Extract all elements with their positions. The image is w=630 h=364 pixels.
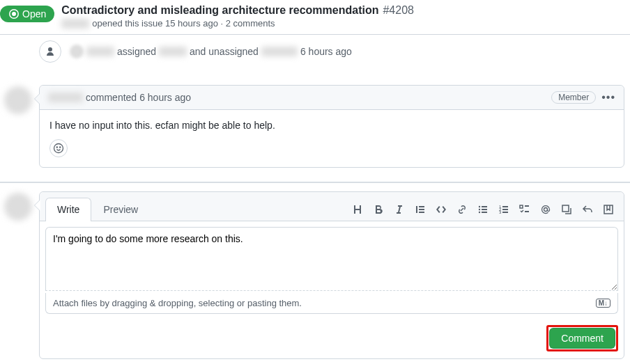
submit-comment-button[interactable]: Comment: [549, 328, 615, 349]
issue-subheader: opened this issue 15 hours ago · 2 comme…: [61, 18, 414, 29]
section-divider: [0, 182, 630, 183]
svg-point-3: [479, 205, 480, 207]
formatting-toolbar: 123: [352, 204, 618, 215]
ordered-list-icon[interactable]: 123: [498, 204, 509, 215]
heading-icon[interactable]: [352, 204, 363, 215]
issue-title: Contradictory and misleading architectur…: [61, 4, 378, 17]
issue-open-icon: [8, 8, 20, 19]
author-name[interactable]: [61, 19, 89, 29]
compose-tabs: Write Preview: [45, 198, 150, 221]
attach-hint-text: Attach files by dragging & dropping, sel…: [53, 298, 302, 308]
commenter-name[interactable]: [48, 93, 83, 102]
italic-icon[interactable]: [394, 204, 405, 215]
member-badge: Member: [551, 91, 596, 104]
mention-icon[interactable]: [540, 204, 551, 215]
tab-preview[interactable]: Preview: [91, 198, 150, 221]
unordered-list-icon[interactable]: [477, 204, 489, 215]
compose-container: Write Preview 123 Attac: [0, 191, 630, 359]
comment-text: I have no input into this. ecfan might b…: [49, 120, 614, 131]
assignee-name[interactable]: [159, 47, 187, 56]
svg-point-0: [54, 144, 63, 153]
person-icon: [39, 40, 61, 63]
opened-text: opened this issue 15 hours ago · 2 comme…: [92, 18, 275, 29]
quote-icon[interactable]: [415, 204, 426, 215]
bold-icon[interactable]: [373, 204, 384, 215]
event-time: 6 hours ago: [300, 46, 352, 57]
comment-box: commented 6 hours ago Member ••• I have …: [39, 85, 624, 168]
link-icon[interactable]: [456, 204, 468, 215]
comment-container: commented 6 hours ago Member ••• I have …: [0, 85, 630, 168]
current-user-avatar[interactable]: [4, 193, 32, 221]
actor-avatar[interactable]: [70, 45, 84, 58]
smiley-icon: [53, 143, 64, 154]
svg-text:3: 3: [499, 210, 502, 214]
tab-write[interactable]: Write: [45, 198, 91, 221]
unassignee-name[interactable]: [261, 47, 298, 56]
comment-time[interactable]: 6 hours ago: [139, 92, 191, 103]
comment-action: commented: [86, 92, 137, 103]
crossref-icon[interactable]: [561, 204, 572, 215]
markdown-badge[interactable]: M↓: [596, 299, 610, 308]
timeline: assigned and unassigned 6 hours ago: [0, 35, 630, 68]
status-badge: Open: [0, 6, 54, 22]
highlight-annotation: Comment: [546, 325, 618, 351]
issue-header: Open Contradictory and misleading archit…: [0, 0, 630, 35]
svg-rect-11: [562, 205, 569, 212]
status-text: Open: [22, 8, 46, 19]
commenter-avatar[interactable]: [4, 86, 32, 114]
svg-point-5: [479, 211, 480, 212]
unassigned-text: and unassigned: [190, 46, 259, 57]
compose-box: Write Preview 123 Attac: [39, 191, 624, 359]
svg-point-1: [56, 147, 57, 148]
actor-name[interactable]: [86, 47, 114, 56]
comment-menu-button[interactable]: •••: [601, 91, 615, 104]
tasklist-icon[interactable]: [519, 204, 530, 215]
svg-point-4: [479, 208, 480, 209]
svg-point-2: [60, 147, 61, 148]
svg-rect-9: [520, 205, 523, 208]
code-icon[interactable]: [436, 204, 447, 215]
comment-textarea[interactable]: [45, 227, 618, 291]
issue-number: #4208: [383, 4, 414, 17]
timeline-event-assigned: assigned and unassigned 6 hours ago: [0, 40, 630, 63]
add-reaction-button[interactable]: [49, 139, 68, 157]
assigned-text: assigned: [117, 46, 156, 57]
saved-replies-icon[interactable]: [603, 204, 614, 215]
svg-point-10: [544, 207, 548, 211]
attach-hint-row[interactable]: Attach files by dragging & dropping, sel…: [45, 293, 618, 314]
reply-icon[interactable]: [582, 204, 593, 215]
